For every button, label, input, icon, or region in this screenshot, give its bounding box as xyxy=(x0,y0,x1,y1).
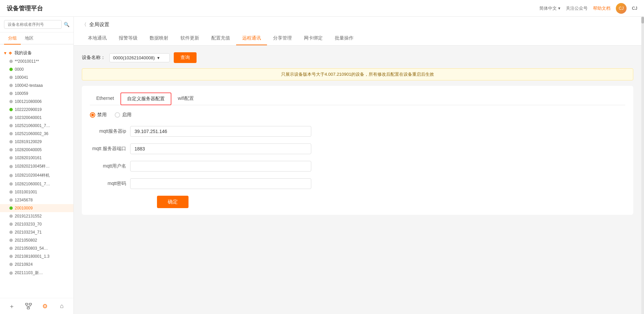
device-name: 201912131552 xyxy=(15,214,42,218)
device-name: 100059 xyxy=(15,91,28,96)
header-right: 简体中文 ▾ 关注公众号 帮助文档 CJ CJ xyxy=(539,3,637,14)
svg-rect-0 xyxy=(25,303,28,305)
status-dot xyxy=(9,206,13,210)
list-item[interactable]: 102820100161 xyxy=(0,154,73,162)
device-name: 100121080006 xyxy=(15,99,42,104)
status-dot xyxy=(9,132,13,135)
mqtt-username-input[interactable] xyxy=(130,161,311,172)
list-item[interactable]: 20211103_新… xyxy=(0,268,73,277)
subtab-ethernet[interactable]: Ethernet xyxy=(90,92,120,105)
radio-disable[interactable]: 禁用 xyxy=(90,112,107,118)
tab-batch-ops[interactable]: 批量操作 xyxy=(329,32,360,45)
tab-remote-comm[interactable]: 远程通讯 xyxy=(236,32,267,45)
status-dot xyxy=(9,76,13,79)
device-name: 102820210045样… xyxy=(15,164,50,169)
device-name: 100042-testaaa xyxy=(15,83,43,88)
language-selector[interactable]: 简体中文 ▾ xyxy=(539,5,560,11)
device-name: 2021050803_54… xyxy=(15,246,48,251)
list-item[interactable]: 20010009 xyxy=(0,204,73,212)
device-name: 102820040005 xyxy=(15,147,42,152)
tab-alert-level[interactable]: 报警等级 xyxy=(113,32,144,45)
mqtt-ip-input[interactable] xyxy=(130,126,311,137)
query-button[interactable]: 查询 xyxy=(174,52,197,63)
right-scrollbar[interactable] xyxy=(641,17,644,314)
list-item[interactable]: 100042-testaaa xyxy=(0,81,73,89)
list-item[interactable]: 102820210045样… xyxy=(0,162,73,171)
svg-rect-2 xyxy=(27,307,30,309)
mqtt-password-label: mqtt密码 xyxy=(90,181,130,187)
list-item[interactable]: 100059 xyxy=(0,89,73,98)
list-item[interactable]: 201912131552 xyxy=(0,212,73,220)
settings-button[interactable]: ⚙ xyxy=(39,300,51,312)
sub-tabs: Ethernet 自定义服务器配置 wifi配置 xyxy=(90,92,625,105)
device-name: 20010009 xyxy=(15,206,33,210)
mqtt-port-input[interactable] xyxy=(130,143,311,154)
device-name: 202103233_70 xyxy=(15,222,42,227)
list-item[interactable]: 2021050802 xyxy=(0,236,73,244)
mqtt-ip-label: mqtt服务器ip xyxy=(90,128,130,134)
home-button[interactable]: ⌂ xyxy=(56,300,68,312)
list-item[interactable]: 1031001001 xyxy=(0,188,73,196)
follow-button[interactable]: 关注公众号 xyxy=(566,5,588,11)
content-area: 设备名称： 0000(102621040008) ▾ 查询 只展示设备版本号大于… xyxy=(74,46,641,314)
status-dot xyxy=(9,148,13,151)
tab-nic-bind[interactable]: 网卡绑定 xyxy=(298,32,329,45)
avatar[interactable]: CJ xyxy=(616,3,627,14)
status-dot xyxy=(9,223,13,226)
add-button[interactable]: ＋ xyxy=(6,300,18,312)
list-item[interactable]: 202103234_71 xyxy=(0,228,73,236)
group-icon: ❖ xyxy=(8,51,12,56)
list-item[interactable]: 102521060002_36 xyxy=(0,130,73,138)
tab-software-update[interactable]: 软件更新 xyxy=(174,32,205,45)
header: 设备管理平台 简体中文 ▾ 关注公众号 帮助文档 CJ CJ xyxy=(0,0,644,17)
tab-local-comm[interactable]: 本地通讯 xyxy=(82,32,113,45)
radio-enable[interactable]: 启用 xyxy=(115,112,131,118)
search-input[interactable] xyxy=(4,20,62,29)
back-button[interactable]: 〈 xyxy=(82,22,87,28)
form-row-mqtt-ip: mqtt服务器ip xyxy=(90,126,625,137)
device-name: 102820100161 xyxy=(15,155,42,160)
list-item[interactable]: 20210924 xyxy=(0,260,73,268)
my-devices-label[interactable]: ▾ ❖ 我的设备 xyxy=(0,49,73,57)
tab-share-manage[interactable]: 分享管理 xyxy=(267,32,298,45)
status-dot xyxy=(9,100,13,103)
list-item[interactable]: 102320040001 xyxy=(0,114,73,122)
help-docs-link[interactable]: 帮助文档 xyxy=(593,5,610,11)
my-devices-group: ▾ ❖ 我的设备 **20010011** 0000 100041 xyxy=(0,47,73,279)
username-label: CJ xyxy=(632,6,637,11)
list-item[interactable]: 0000 xyxy=(0,65,73,73)
status-dot xyxy=(9,190,13,194)
subtab-custom-server[interactable]: 自定义服务器配置 xyxy=(120,92,171,105)
list-item[interactable]: 102521060001_7… xyxy=(0,122,73,130)
form-row-mqtt-password: mqtt密码 xyxy=(90,178,625,189)
list-item[interactable]: 102821060001_7… xyxy=(0,180,73,188)
list-item[interactable]: 2021050803_54… xyxy=(0,244,73,252)
status-dot xyxy=(9,231,13,234)
list-item[interactable]: 102819120029 xyxy=(0,138,73,146)
settings-card: Ethernet 自定义服务器配置 wifi配置 禁用 启用 xyxy=(82,86,633,215)
list-item[interactable]: 100121080006 xyxy=(0,98,73,106)
tab-data-mapping[interactable]: 数据映射 xyxy=(144,32,174,45)
mqtt-password-input[interactable] xyxy=(130,178,311,189)
tab-area[interactable]: 地区 xyxy=(21,33,38,45)
list-item[interactable]: 12345678 xyxy=(0,196,73,204)
confirm-button[interactable]: 确定 xyxy=(157,196,189,208)
tab-group[interactable]: 分组 xyxy=(4,33,21,45)
status-dot xyxy=(9,165,13,168)
list-item[interactable]: 102222090019 xyxy=(0,106,73,114)
expand-icon: ▾ xyxy=(4,50,6,56)
subtab-wifi[interactable]: wifi配置 xyxy=(171,92,200,105)
status-dot xyxy=(9,92,13,95)
list-item[interactable]: 102820040005 xyxy=(0,146,73,154)
list-item[interactable]: 202108180001_1.3 xyxy=(0,252,73,260)
list-item[interactable]: 100041 xyxy=(0,73,73,81)
device-selector-row: 设备名称： 0000(102621040008) ▾ 查询 xyxy=(82,52,633,63)
status-dot xyxy=(9,255,13,258)
list-item[interactable]: 202103233_70 xyxy=(0,220,73,228)
device-select[interactable]: 0000(102621040008) ▾ xyxy=(109,53,170,62)
search-icon[interactable]: 🔍 xyxy=(64,22,69,27)
hierarchy-button[interactable] xyxy=(22,300,35,312)
list-item[interactable]: **20010011** xyxy=(0,57,73,65)
tab-config-recharge[interactable]: 配置充值 xyxy=(205,32,236,45)
list-item[interactable]: 102821020044样机 xyxy=(0,171,73,180)
